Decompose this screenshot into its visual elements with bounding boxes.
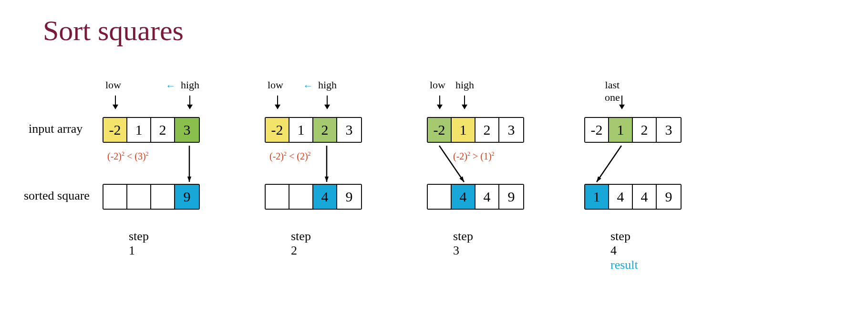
arrow-down-icon: [439, 96, 440, 109]
arrow-down-icon: [182, 144, 196, 188]
array-cell: [266, 185, 289, 209]
arrow-down-icon: [320, 144, 334, 188]
input-array: -2123: [584, 117, 682, 143]
array-cell: -2: [585, 118, 609, 142]
low-label: low: [105, 79, 121, 91]
input-array: -2123: [427, 117, 524, 143]
arrow-down-icon: [621, 96, 622, 109]
array-cell: 1: [127, 118, 151, 142]
array-cell: -2: [428, 118, 452, 142]
row-label-input: input array: [29, 122, 83, 136]
last-one-label: last one: [605, 79, 620, 104]
array-cell: 2: [151, 118, 175, 142]
high-label: high: [181, 79, 199, 91]
svg-marker-7: [597, 176, 601, 182]
high-label: high: [455, 79, 474, 91]
array-cell: 1: [289, 118, 313, 142]
step-label: step 2: [291, 229, 311, 258]
array-cell: 3: [337, 118, 361, 142]
array-cell: 4: [313, 185, 337, 209]
array-cell: 9: [175, 185, 199, 209]
row-label-output: sorted square: [24, 189, 90, 203]
array-cell: 9: [499, 185, 523, 209]
step-label: step 1: [129, 229, 149, 258]
array-cell: 9: [657, 185, 681, 209]
array-cell: 1: [452, 118, 475, 142]
array-cell: -2: [266, 118, 289, 142]
array-cell: 1: [585, 185, 609, 209]
input-array: -2123: [103, 117, 200, 143]
svg-line-6: [597, 146, 621, 182]
array-cell: [103, 185, 127, 209]
array-cell: 2: [633, 118, 657, 142]
step-label: step 3: [453, 229, 473, 258]
arrow-down-icon: [189, 96, 190, 109]
arrow-down-icon: [115, 96, 116, 109]
array-cell: 4: [475, 185, 499, 209]
input-array: -2123: [265, 117, 362, 143]
array-cell: 1: [609, 118, 633, 142]
comparison-annotation: (-2)2 > (1)2: [453, 150, 495, 162]
low-label: low: [430, 79, 445, 91]
comparison-annotation: (-2)2 < (2)2: [269, 150, 311, 162]
array-cell: 3: [499, 118, 523, 142]
arrow-down-icon: [327, 96, 328, 109]
arrow-down-icon: [589, 144, 629, 188]
svg-marker-5: [459, 176, 464, 182]
svg-marker-3: [325, 177, 329, 182]
diagram-stage: Sort squares input array sorted square l…: [0, 0, 868, 319]
array-cell: 2: [313, 118, 337, 142]
array-cell: 4: [452, 185, 475, 209]
step-label: step 4 result: [610, 229, 638, 272]
result-label: result: [610, 258, 638, 272]
arrow-left-icon: [303, 80, 314, 92]
output-array: 9: [103, 184, 200, 210]
array-cell: 9: [337, 185, 361, 209]
comparison-annotation: (-2)2 < (3)2: [107, 150, 149, 162]
array-cell: [151, 185, 175, 209]
array-cell: -2: [103, 118, 127, 142]
output-array: 49: [265, 184, 362, 210]
arrow-down-icon: [464, 96, 465, 109]
array-cell: 4: [633, 185, 657, 209]
arrow-left-icon: [165, 80, 176, 92]
svg-marker-1: [187, 177, 191, 182]
high-label: high: [318, 79, 337, 91]
page-title: Sort squares: [43, 14, 184, 47]
low-label: low: [268, 79, 283, 91]
array-cell: 3: [657, 118, 681, 142]
array-cell: 4: [609, 185, 633, 209]
array-cell: [127, 185, 151, 209]
array-cell: [428, 185, 452, 209]
output-array: 1449: [584, 184, 682, 210]
array-cell: 3: [175, 118, 199, 142]
array-cell: 2: [475, 118, 499, 142]
output-array: 449: [427, 184, 524, 210]
array-cell: [289, 185, 313, 209]
arrow-down-icon: [277, 96, 278, 109]
